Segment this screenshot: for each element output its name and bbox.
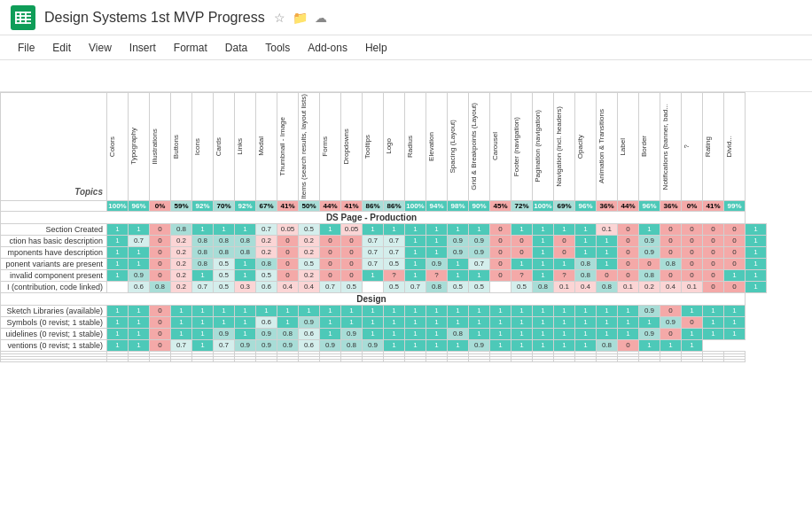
section-header-1: Design xyxy=(1,292,746,305)
spreadsheet-container[interactable]: TopicsColorsTypographyIllustrationsButto… xyxy=(0,92,812,528)
data-cell: 0 xyxy=(660,328,682,339)
data-cell: 1 xyxy=(405,258,426,269)
col-header-19: Carousel xyxy=(490,93,511,201)
col-header-6: Cards xyxy=(214,93,235,201)
menu-help[interactable]: Help xyxy=(358,40,394,56)
data-cell: 0.1 xyxy=(554,281,575,292)
data-cell: ? xyxy=(384,269,405,281)
data-cell: 1 xyxy=(533,269,554,281)
data-cell: 1 xyxy=(171,305,192,316)
data-cell: 0.8 xyxy=(660,258,682,269)
data-cell: 0 xyxy=(682,269,703,281)
data-cell: 1 xyxy=(533,223,554,235)
document-title: Design Systems 1st MVP Progress xyxy=(44,10,265,26)
cloud-icon[interactable]: ☁ xyxy=(315,11,327,25)
col-header-15: Radius xyxy=(405,93,426,201)
pct-cell-13: 86% xyxy=(363,200,384,211)
data-cell: 1 xyxy=(426,305,448,316)
data-cell: 0.2 xyxy=(171,281,192,292)
data-cell: 1 xyxy=(192,339,214,351)
menu-format[interactable]: Format xyxy=(167,40,215,56)
svg-rect-3 xyxy=(15,19,31,20)
data-cell: 1 xyxy=(575,339,597,351)
pct-cell-18: 90% xyxy=(469,200,490,211)
star-icon[interactable]: ☆ xyxy=(274,11,285,25)
data-cell: 0 xyxy=(150,328,171,339)
row-label: mponents have description xyxy=(1,246,107,258)
data-cell: 1 xyxy=(724,316,746,328)
svg-rect-5 xyxy=(15,12,17,24)
data-cell: 0 xyxy=(277,269,299,281)
data-cell: 1 xyxy=(469,305,490,316)
title-action-icons: ☆ 📁 ☁ xyxy=(274,11,327,25)
data-cell: 1 xyxy=(107,316,129,328)
data-cell: 1 xyxy=(724,328,746,339)
data-cell: 1 xyxy=(384,339,405,351)
data-cell: 0 xyxy=(682,223,703,235)
menu-insert[interactable]: Insert xyxy=(122,40,163,56)
empty-cell xyxy=(214,359,235,361)
data-cell: 1 xyxy=(320,328,341,339)
table-row: ction has basic description10.700.20.80.… xyxy=(1,235,767,246)
data-cell: 0.4 xyxy=(299,281,320,292)
menu-file[interactable]: File xyxy=(11,40,42,56)
menu-edit[interactable]: Edit xyxy=(45,40,78,56)
pct-cell-9: 41% xyxy=(277,200,299,211)
data-cell: 0 xyxy=(490,235,511,246)
data-cell: 0.7 xyxy=(129,235,150,246)
empty-cell xyxy=(490,359,511,361)
pct-cell-19: 45% xyxy=(490,200,511,211)
menu-data[interactable]: Data xyxy=(218,40,254,56)
data-cell: 1 xyxy=(597,235,618,246)
section-header-0: DS Page - Production xyxy=(1,211,746,223)
menu-addons[interactable]: Add-ons xyxy=(301,40,355,56)
data-cell: 1 xyxy=(554,328,575,339)
data-cell: 0.5 xyxy=(511,281,533,292)
data-cell: 0.8 xyxy=(235,246,256,258)
empty-cell xyxy=(150,359,171,361)
data-cell: 0.9 xyxy=(363,339,384,351)
data-cell: 0 xyxy=(618,223,639,235)
data-cell: 1 xyxy=(469,223,490,235)
data-cell: 1 xyxy=(511,316,533,328)
empty-cell xyxy=(426,359,448,361)
data-cell: 0 xyxy=(490,246,511,258)
pct-cell-23: 96% xyxy=(575,200,597,211)
col-header-22: Navigation (incl. headers) xyxy=(554,93,575,201)
empty-cell xyxy=(533,359,554,361)
pct-cell-6: 70% xyxy=(214,200,235,211)
data-cell: 0.7 xyxy=(363,258,384,269)
data-cell: 0.8 xyxy=(277,328,299,339)
folder-icon[interactable]: 📁 xyxy=(293,11,308,25)
data-cell: 1 xyxy=(682,339,703,351)
data-cell: 1 xyxy=(171,328,192,339)
data-cell: 0.5 xyxy=(448,281,469,292)
data-cell: 0 xyxy=(277,235,299,246)
data-cell: 0.5 xyxy=(469,281,490,292)
menu-tools[interactable]: Tools xyxy=(258,40,297,56)
data-cell: 1 xyxy=(490,316,511,328)
data-cell: 1 xyxy=(703,305,724,316)
data-cell: 1 xyxy=(554,316,575,328)
data-cell: 0 xyxy=(682,235,703,246)
data-cell: 1 xyxy=(384,328,405,339)
data-cell: 0 xyxy=(660,246,682,258)
data-cell: 0.2 xyxy=(171,246,192,258)
data-cell: 1 xyxy=(426,235,448,246)
menu-view[interactable]: View xyxy=(82,40,119,56)
data-cell: 0.7 xyxy=(363,235,384,246)
data-cell: 0 xyxy=(341,246,363,258)
data-cell: 1 xyxy=(575,328,597,339)
data-cell: 1 xyxy=(490,328,511,339)
data-cell: 0 xyxy=(703,281,724,292)
data-cell: 0.8 xyxy=(214,235,235,246)
data-cell: 0.1 xyxy=(597,223,618,235)
pct-cell-12: 41% xyxy=(341,200,363,211)
data-cell: 1 xyxy=(405,305,426,316)
data-cell: 1 xyxy=(597,258,618,269)
col-header-17: Spacing (Layout) xyxy=(448,93,469,201)
data-cell: 1 xyxy=(320,305,341,316)
data-cell: 1 xyxy=(511,223,533,235)
empty-cell xyxy=(384,359,405,361)
pct-cell-21: 100% xyxy=(533,200,554,211)
